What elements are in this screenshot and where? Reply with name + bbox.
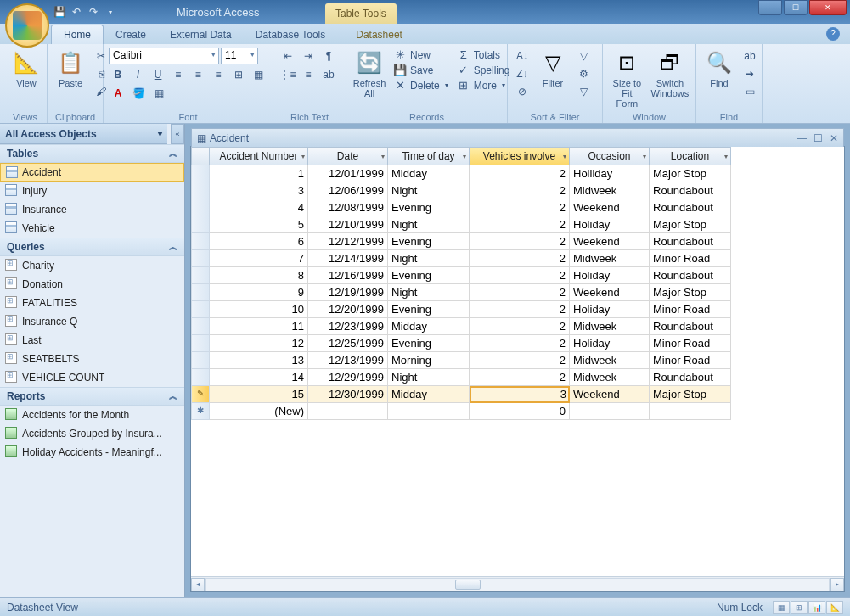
select-all-cell[interactable] — [191, 147, 210, 165]
cell[interactable]: 2 — [470, 250, 570, 267]
numbering-button[interactable]: ≡ — [299, 66, 318, 83]
nav-item[interactable]: Injury — [0, 182, 184, 200]
increase-indent-button[interactable]: ⇥ — [299, 48, 318, 64]
tab-home[interactable]: Home — [51, 25, 104, 44]
row-selector[interactable] — [191, 318, 210, 335]
table-row[interactable]: 1212/25/1999Evening2HolidayMinor Road — [191, 335, 844, 352]
nav-item[interactable]: VEHICLE COUNT — [0, 368, 184, 387]
cell[interactable] — [570, 403, 650, 420]
cell[interactable]: Evening — [388, 301, 470, 318]
cell[interactable]: Major Stop — [650, 216, 731, 233]
column-header-accident-number[interactable]: Accident Number▾ — [210, 147, 308, 165]
spelling-button[interactable]: ✓Spelling — [454, 63, 513, 77]
subwin-minimize-button[interactable]: — — [797, 132, 807, 144]
table-row[interactable]: 512/10/1999Night2HolidayMajor Stop — [191, 216, 844, 233]
cell[interactable]: Roundabout — [650, 318, 731, 335]
minimize-button[interactable]: — — [758, 0, 782, 15]
shutter-bar-button[interactable]: « — [171, 124, 184, 144]
cell[interactable]: Minor Road — [650, 335, 731, 352]
cell[interactable]: Major Stop — [650, 386, 731, 403]
table-row[interactable]: 312/06/1999Night2MidweekRoundabout — [191, 182, 844, 199]
table-row[interactable]: 1412/29/1999Night2MidweekRoundabout — [191, 369, 844, 386]
tab-create[interactable]: Create — [104, 25, 158, 44]
cell[interactable]: 8 — [210, 267, 308, 284]
cell[interactable]: Minor Road — [650, 301, 731, 318]
cell[interactable]: Evening — [388, 335, 470, 352]
save-icon[interactable]: 💾 — [53, 5, 66, 19]
cell[interactable]: Weekend — [570, 199, 650, 216]
paste-button[interactable]: 📋 Paste — [53, 48, 88, 90]
cell[interactable]: 12/06/1999 — [308, 182, 388, 199]
cell[interactable]: 12/01/1999 — [308, 165, 388, 182]
selection-filter-button[interactable]: ▽ — [574, 48, 593, 64]
cell[interactable]: 9 — [210, 284, 308, 301]
cell[interactable]: Night — [388, 250, 470, 267]
cell[interactable]: 2 — [470, 216, 570, 233]
toggle-filter-button[interactable]: ▽ — [574, 83, 593, 100]
align-right-button[interactable]: ≡ — [209, 66, 228, 83]
cell[interactable]: Midday — [388, 165, 470, 182]
nav-section-queries[interactable]: Queries︽ — [0, 238, 184, 256]
nav-item[interactable]: SEATBELTS — [0, 350, 184, 368]
gridline-color-button[interactable]: ▦ — [149, 85, 168, 102]
cell[interactable]: Evening — [388, 233, 470, 250]
cell[interactable]: 2 — [470, 369, 570, 386]
cell[interactable]: 12 — [210, 335, 308, 352]
datasheet-grid[interactable]: Accident Number▾ Date▾ Time of day▾ Vehi… — [191, 147, 844, 576]
nav-item[interactable]: Charity — [0, 256, 184, 275]
row-selector[interactable] — [191, 284, 210, 301]
gridlines-button[interactable]: ⊞ — [229, 66, 248, 83]
scroll-right-button[interactable]: ▸ — [830, 578, 844, 591]
cell[interactable]: 2 — [470, 182, 570, 199]
cell[interactable]: Midweek — [570, 318, 650, 335]
row-selector[interactable] — [191, 301, 210, 318]
cell[interactable]: Major Stop — [650, 165, 731, 182]
new-record-row[interactable]: (New)0 — [191, 403, 844, 420]
cell[interactable]: Major Stop — [650, 284, 731, 301]
totals-button[interactable]: ΣTotals — [454, 48, 513, 62]
nav-item[interactable]: Accident — [0, 163, 184, 182]
cell[interactable]: 11 — [210, 318, 308, 335]
cell[interactable]: 12/19/1999 — [308, 284, 388, 301]
cell[interactable]: 12/10/1999 — [308, 216, 388, 233]
highlight-button[interactable]: ab — [319, 66, 338, 83]
design-view-button[interactable]: 📐 — [826, 601, 843, 614]
column-header-occasion[interactable]: Occasion▾ — [570, 147, 650, 165]
office-button[interactable] — [5, 3, 49, 48]
replace-button[interactable]: ab — [740, 48, 759, 64]
cell[interactable]: Roundabout — [650, 267, 731, 284]
cell[interactable]: Midweek — [570, 182, 650, 199]
cell[interactable]: 14 — [210, 369, 308, 386]
cell[interactable]: Night — [388, 369, 470, 386]
font-size-combo[interactable]: 11 — [221, 48, 258, 64]
nav-item[interactable]: Donation — [0, 275, 184, 294]
cell[interactable]: Evening — [388, 199, 470, 216]
datasheet-view-button[interactable]: ▦ — [773, 601, 790, 614]
cell[interactable] — [388, 403, 470, 420]
cell[interactable]: 2 — [470, 352, 570, 369]
cell[interactable]: Midweek — [570, 369, 650, 386]
tab-external-data[interactable]: External Data — [158, 25, 244, 44]
tab-database-tools[interactable]: Database Tools — [244, 25, 338, 44]
cell[interactable]: Midday — [388, 318, 470, 335]
cell[interactable]: 2 — [470, 335, 570, 352]
cell[interactable]: Night — [388, 216, 470, 233]
nav-item[interactable]: Last — [0, 331, 184, 350]
nav-header[interactable]: All Access Objects ▾ — [0, 124, 167, 144]
cell[interactable] — [308, 403, 388, 420]
row-selector[interactable] — [191, 199, 210, 216]
row-selector[interactable] — [191, 369, 210, 386]
cell[interactable]: 2 — [470, 301, 570, 318]
cell[interactable]: 3 — [470, 386, 570, 403]
cell[interactable]: Weekend — [570, 386, 650, 403]
font-color-button[interactable]: A — [109, 85, 127, 102]
row-selector[interactable] — [191, 233, 210, 250]
align-center-button[interactable]: ≡ — [189, 66, 208, 83]
nav-item[interactable]: Insurance — [0, 200, 184, 219]
cell[interactable]: Night — [388, 182, 470, 199]
cell[interactable]: Evening — [388, 267, 470, 284]
advanced-filter-button[interactable]: ⚙ — [574, 65, 593, 82]
cell[interactable]: 12/20/1999 — [308, 301, 388, 318]
cell[interactable]: 4 — [210, 199, 308, 216]
cell[interactable]: 2 — [470, 199, 570, 216]
